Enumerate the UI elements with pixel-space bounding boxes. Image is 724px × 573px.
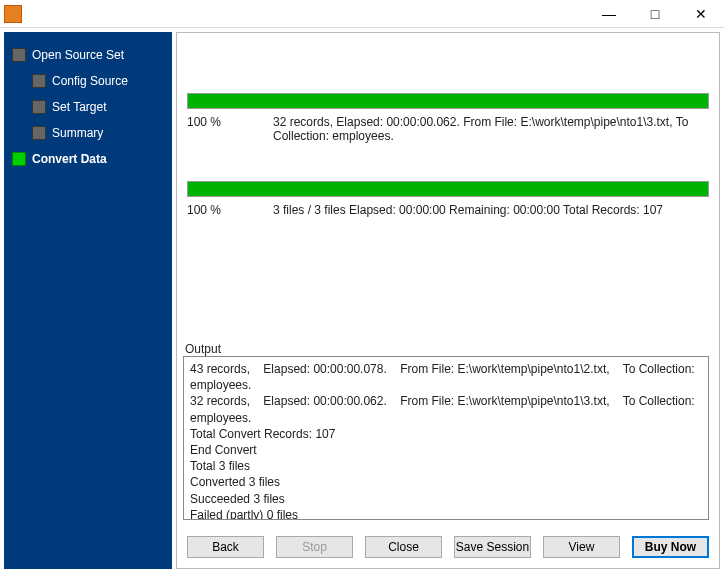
output-line: Succeeded 3 files (190, 491, 702, 507)
wizard-step-open-source-set[interactable]: Open Source Set (4, 42, 172, 68)
progress-file-detail: 32 records, Elapsed: 00:00:00.062. From … (273, 115, 709, 143)
step-label: Config Source (52, 74, 128, 88)
progress-bar-total (187, 181, 709, 197)
step-label: Convert Data (32, 152, 107, 166)
back-button[interactable]: Back (187, 536, 264, 558)
step-status-icon (32, 74, 46, 88)
step-status-icon (12, 48, 26, 62)
titlebar: — □ ✕ (0, 0, 724, 28)
maximize-button[interactable]: □ (632, 0, 678, 28)
close-window-button[interactable]: ✕ (678, 0, 724, 28)
output-line: 32 records, Elapsed: 00:00:00.062. From … (190, 393, 702, 425)
step-label: Summary (52, 126, 103, 140)
main-panel: 100 % 32 records, Elapsed: 00:00:00.062.… (176, 32, 720, 569)
minimize-button[interactable]: — (586, 0, 632, 28)
window-controls: — □ ✕ (586, 0, 724, 27)
wizard-step-config-source[interactable]: Config Source (4, 68, 172, 94)
step-status-icon (12, 152, 26, 166)
step-status-icon (32, 100, 46, 114)
progress-total-detail: 3 files / 3 files Elapsed: 00:00:00 Rema… (273, 203, 709, 217)
output-line: Total 3 files (190, 458, 702, 474)
wizard-sidebar: Open Source SetConfig SourceSet TargetSu… (4, 32, 172, 569)
view-button[interactable]: View (543, 536, 620, 558)
progress-file-percent: 100 % (187, 115, 259, 143)
step-status-icon (32, 126, 46, 140)
wizard-step-convert-data[interactable]: Convert Data (4, 146, 172, 172)
wizard-step-set-target[interactable]: Set Target (4, 94, 172, 120)
output-line: 43 records, Elapsed: 00:00:00.078. From … (190, 361, 702, 393)
button-row: Back Stop Close Save Session View Buy No… (177, 530, 719, 568)
app-icon (4, 5, 22, 23)
output-line: Converted 3 files (190, 474, 702, 490)
step-label: Open Source Set (32, 48, 124, 62)
output-line: Total Convert Records: 107 (190, 426, 702, 442)
close-button[interactable]: Close (365, 536, 442, 558)
progress-bar-file (187, 93, 709, 109)
save-session-button[interactable]: Save Session (454, 536, 531, 558)
wizard-step-summary[interactable]: Summary (4, 120, 172, 146)
buy-now-button[interactable]: Buy Now (632, 536, 709, 558)
stop-button: Stop (276, 536, 353, 558)
output-textbox[interactable]: 43 records, Elapsed: 00:00:00.078. From … (183, 356, 709, 520)
step-label: Set Target (52, 100, 106, 114)
progress-total-percent: 100 % (187, 203, 259, 217)
output-line: Failed (partly) 0 files (190, 507, 702, 520)
output-label: Output (183, 342, 709, 356)
output-line: End Convert (190, 442, 702, 458)
